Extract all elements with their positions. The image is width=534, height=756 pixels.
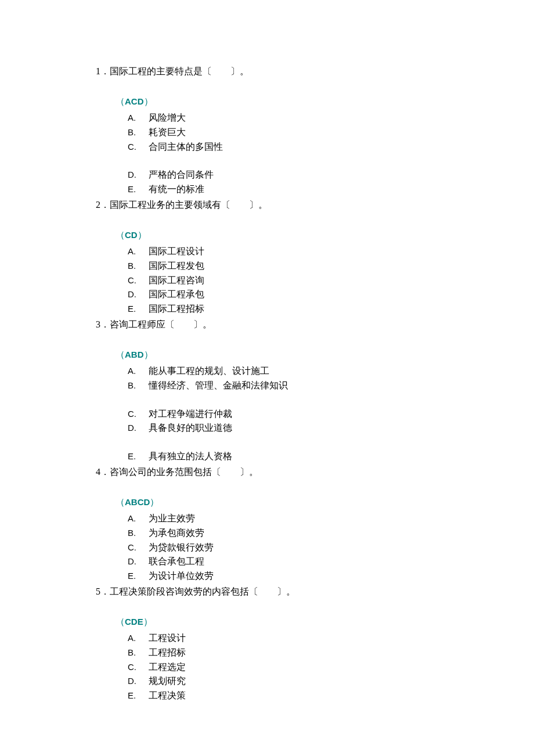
option-item: B.工程招标 — [128, 646, 534, 660]
option-text: 规划研究 — [149, 674, 186, 689]
paren-close: ） — [144, 96, 153, 106]
option-letter: A. — [128, 244, 149, 259]
option-text: 国际工程咨询 — [149, 273, 204, 288]
options-list: A.为业主效劳B.为承包商效劳C.为贷款银行效劳D.联合承包工程E.为设计单位效… — [96, 512, 534, 584]
option-letter: B. — [128, 646, 149, 660]
option-text: 国际工程发包 — [149, 259, 204, 273]
answer-line: （ACD） — [96, 95, 534, 109]
option-item: E.具有独立的法人资格 — [128, 449, 534, 464]
question-block: 2．国际工程业务的主要领域有〔 〕。（CD）A.国际工程设计B.国际工程发包C.… — [96, 198, 534, 318]
option-text: 国际工程设计 — [149, 244, 204, 259]
option-letter: D. — [128, 555, 149, 569]
answer-key: ACD — [125, 96, 144, 106]
option-letter: C. — [128, 273, 149, 288]
option-text: 为承包商效劳 — [149, 526, 204, 541]
option-item: D.国际工程承包 — [128, 287, 534, 302]
option-text: 严格的合同条件 — [149, 168, 214, 182]
option-letter: D. — [128, 168, 149, 182]
option-text: 为设计单位效劳 — [149, 569, 214, 584]
option-gap — [128, 435, 534, 449]
option-letter: A. — [128, 364, 149, 379]
option-letter: A. — [128, 512, 149, 526]
option-item: A.工程设计 — [128, 631, 534, 646]
option-text: 对工程争端进行仲裁 — [149, 407, 232, 422]
option-text: 有统一的标准 — [149, 182, 204, 197]
answer-key: ABCD — [125, 497, 150, 507]
paren-close: ） — [150, 497, 159, 507]
paren-open: （ — [116, 617, 125, 627]
option-letter: A. — [128, 631, 149, 646]
option-letter: C. — [128, 407, 149, 422]
paren-open: （ — [116, 230, 125, 240]
options-list: A.风险增大B.耗资巨大C.合同主体的多国性D.严格的合同条件E.有统一的标准 — [96, 111, 534, 197]
option-item: B.懂得经济、管理、金融和法律知识 — [128, 379, 534, 393]
option-text: 工程设计 — [149, 631, 186, 646]
option-item: D.具备良好的职业道德 — [128, 421, 534, 435]
option-letter: D. — [128, 421, 149, 435]
option-gap — [128, 154, 534, 168]
option-text: 工程选定 — [149, 660, 186, 675]
option-text: 风险增大 — [149, 111, 186, 125]
question-text: 咨询公司的业务范围包括〔 〕。 — [110, 467, 258, 477]
option-text: 联合承包工程 — [149, 555, 204, 569]
question-number: 2． — [96, 200, 110, 210]
option-item: E.工程决策 — [128, 689, 534, 703]
option-letter: C. — [128, 660, 149, 675]
option-letter: E. — [128, 302, 149, 316]
option-item: C.对工程争端进行仲裁 — [128, 407, 534, 422]
option-letter: E. — [128, 449, 149, 464]
option-item: A.国际工程设计 — [128, 244, 534, 259]
question-text: 国际工程业务的主要领域有〔 〕。 — [110, 200, 268, 210]
question-stem: 3．咨询工程师应〔 〕。 — [96, 318, 534, 332]
option-letter: E. — [128, 569, 149, 584]
paren-open: （ — [116, 497, 125, 507]
exam-document: 1．国际工程的主要特点是〔 〕。（ACD）A.风险增大B.耗资巨大C.合同主体的… — [96, 64, 534, 704]
question-number: 4． — [96, 467, 110, 477]
option-letter: B. — [128, 259, 149, 273]
paren-open: （ — [116, 96, 125, 106]
paren-close: ） — [143, 617, 153, 627]
answer-key: CDE — [125, 617, 143, 627]
option-letter: B. — [128, 125, 149, 140]
question-text: 工程决策阶段咨询效劳的内容包括〔 〕。 — [110, 586, 295, 596]
question-block: 3．咨询工程师应〔 〕。（ABD）A.能从事工程的规划、设计施工B.懂得经济、管… — [96, 318, 534, 465]
question-stem: 4．咨询公司的业务范围包括〔 〕。 — [96, 465, 534, 479]
option-gap — [128, 393, 534, 407]
option-letter: A. — [128, 111, 149, 125]
option-item: E.为设计单位效劳 — [128, 569, 534, 584]
question-stem: 5．工程决策阶段咨询效劳的内容包括〔 〕。 — [96, 585, 534, 599]
option-item: A.风险增大 — [128, 111, 534, 125]
paren-close: ） — [138, 230, 147, 240]
option-item: C.合同主体的多国性 — [128, 140, 534, 154]
option-text: 为业主效劳 — [149, 512, 195, 526]
option-text: 具有独立的法人资格 — [149, 449, 232, 464]
option-letter: B. — [128, 526, 149, 541]
question-block: 1．国际工程的主要特点是〔 〕。（ACD）A.风险增大B.耗资巨大C.合同主体的… — [96, 64, 534, 198]
option-item: C.国际工程咨询 — [128, 273, 534, 288]
answer-line: （ABCD） — [96, 495, 534, 509]
option-letter: E. — [128, 689, 149, 703]
option-text: 国际工程承包 — [149, 287, 204, 302]
option-item: D.严格的合同条件 — [128, 168, 534, 182]
paren-open: （ — [116, 350, 125, 359]
option-text: 合同主体的多国性 — [149, 140, 223, 154]
option-item: A.为业主效劳 — [128, 512, 534, 526]
paren-close: ） — [144, 350, 153, 359]
question-block: 4．咨询公司的业务范围包括〔 〕。（ABCD）A.为业主效劳B.为承包商效劳C.… — [96, 465, 534, 585]
question-stem: 2．国际工程业务的主要领域有〔 〕。 — [96, 198, 534, 212]
option-letter: E. — [128, 182, 149, 197]
answer-key: ABD — [125, 350, 144, 359]
option-item: B.耗资巨大 — [128, 125, 534, 140]
option-text: 国际工程招标 — [149, 302, 204, 316]
question-stem: 1．国际工程的主要特点是〔 〕。 — [96, 64, 534, 78]
option-text: 具备良好的职业道德 — [149, 421, 232, 435]
question-number: 3． — [96, 319, 110, 329]
options-list: A.能从事工程的规划、设计施工B.懂得经济、管理、金融和法律知识C.对工程争端进… — [96, 364, 534, 464]
options-list: A.国际工程设计B.国际工程发包C.国际工程咨询D.国际工程承包E.国际工程招标 — [96, 244, 534, 316]
option-item: B.国际工程发包 — [128, 259, 534, 273]
option-letter: D. — [128, 287, 149, 302]
option-letter: C. — [128, 541, 149, 555]
question-block: 5．工程决策阶段咨询效劳的内容包括〔 〕。（CDE）A.工程设计B.工程招标C.… — [96, 585, 534, 704]
option-letter: C. — [128, 140, 149, 154]
option-item: C.工程选定 — [128, 660, 534, 675]
